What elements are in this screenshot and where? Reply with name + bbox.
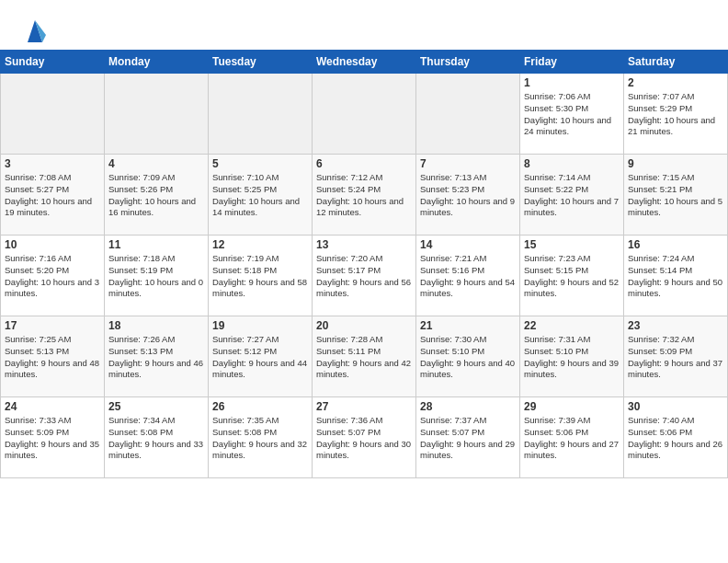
day-number: 11 (108, 238, 204, 251)
day-info: Sunrise: 7:24 AM Sunset: 5:14 PM Dayligh… (628, 253, 723, 300)
calendar-day-cell: 5Sunrise: 7:10 AM Sunset: 5:25 PM Daylig… (209, 155, 313, 236)
calendar-day-cell: 22Sunrise: 7:31 AM Sunset: 5:10 PM Dayli… (520, 316, 624, 397)
calendar-day-cell: 2Sunrise: 7:07 AM Sunset: 5:29 PM Daylig… (624, 74, 728, 155)
day-info: Sunrise: 7:35 AM Sunset: 5:08 PM Dayligh… (212, 415, 308, 462)
day-info: Sunrise: 7:30 AM Sunset: 5:10 PM Dayligh… (420, 334, 516, 381)
day-number: 20 (316, 319, 412, 332)
calendar-day-cell: 20Sunrise: 7:28 AM Sunset: 5:11 PM Dayli… (313, 316, 416, 397)
calendar-day-cell: 23Sunrise: 7:32 AM Sunset: 5:09 PM Dayli… (624, 316, 728, 397)
calendar-day-cell: 4Sunrise: 7:09 AM Sunset: 5:26 PM Daylig… (105, 155, 209, 236)
day-info: Sunrise: 7:26 AM Sunset: 5:13 PM Dayligh… (108, 334, 204, 381)
calendar-day-cell: 19Sunrise: 7:27 AM Sunset: 5:12 PM Dayli… (209, 316, 313, 397)
calendar-day-cell: 18Sunrise: 7:26 AM Sunset: 5:13 PM Dayli… (105, 316, 209, 397)
day-number: 28 (420, 400, 516, 413)
day-of-week-header: Sunday (1, 51, 105, 74)
calendar-day-cell: 14Sunrise: 7:21 AM Sunset: 5:16 PM Dayli… (416, 236, 520, 316)
day-info: Sunrise: 7:13 AM Sunset: 5:23 PM Dayligh… (420, 172, 516, 219)
day-number: 24 (5, 400, 100, 413)
day-info: Sunrise: 7:31 AM Sunset: 5:10 PM Dayligh… (524, 334, 620, 381)
calendar-day-cell (416, 74, 520, 155)
day-info: Sunrise: 7:06 AM Sunset: 5:30 PM Dayligh… (524, 91, 620, 138)
day-info: Sunrise: 7:33 AM Sunset: 5:09 PM Dayligh… (5, 415, 100, 462)
day-number: 19 (212, 319, 308, 332)
day-info: Sunrise: 7:28 AM Sunset: 5:11 PM Dayligh… (316, 334, 412, 381)
calendar-day-cell: 13Sunrise: 7:20 AM Sunset: 5:17 PM Dayli… (313, 236, 416, 316)
calendar: SundayMondayTuesdayWednesdayThursdayFrid… (0, 50, 728, 478)
logo (18, 17, 46, 42)
calendar-day-cell (1, 74, 105, 155)
calendar-day-cell: 16Sunrise: 7:24 AM Sunset: 5:14 PM Dayli… (624, 236, 728, 316)
calendar-day-cell: 30Sunrise: 7:40 AM Sunset: 5:06 PM Dayli… (624, 397, 728, 478)
day-info: Sunrise: 7:18 AM Sunset: 5:19 PM Dayligh… (108, 253, 204, 300)
calendar-day-cell (209, 74, 313, 155)
day-of-week-header: Monday (105, 51, 209, 74)
day-number: 1 (524, 76, 620, 89)
calendar-day-cell: 6Sunrise: 7:12 AM Sunset: 5:24 PM Daylig… (313, 155, 416, 236)
day-number: 9 (628, 157, 723, 170)
calendar-day-cell: 27Sunrise: 7:36 AM Sunset: 5:07 PM Dayli… (313, 397, 416, 478)
day-number: 22 (524, 319, 620, 332)
day-info: Sunrise: 7:15 AM Sunset: 5:21 PM Dayligh… (628, 172, 723, 219)
day-info: Sunrise: 7:12 AM Sunset: 5:24 PM Dayligh… (316, 172, 412, 219)
calendar-day-cell: 11Sunrise: 7:18 AM Sunset: 5:19 PM Dayli… (105, 236, 209, 316)
day-number: 26 (212, 400, 308, 413)
day-info: Sunrise: 7:14 AM Sunset: 5:22 PM Dayligh… (524, 172, 620, 219)
day-number: 29 (524, 400, 620, 413)
logo-icon (20, 17, 46, 42)
day-info: Sunrise: 7:20 AM Sunset: 5:17 PM Dayligh… (316, 253, 412, 300)
day-info: Sunrise: 7:32 AM Sunset: 5:09 PM Dayligh… (628, 334, 723, 381)
calendar-week-row: 3Sunrise: 7:08 AM Sunset: 5:27 PM Daylig… (1, 155, 728, 236)
day-info: Sunrise: 7:27 AM Sunset: 5:12 PM Dayligh… (212, 334, 308, 381)
day-info: Sunrise: 7:21 AM Sunset: 5:16 PM Dayligh… (420, 253, 516, 300)
day-number: 15 (524, 238, 620, 251)
calendar-day-cell: 3Sunrise: 7:08 AM Sunset: 5:27 PM Daylig… (1, 155, 105, 236)
calendar-day-cell (105, 74, 209, 155)
day-info: Sunrise: 7:08 AM Sunset: 5:27 PM Dayligh… (5, 172, 100, 219)
day-info: Sunrise: 7:19 AM Sunset: 5:18 PM Dayligh… (212, 253, 308, 300)
day-number: 23 (628, 319, 723, 332)
day-info: Sunrise: 7:37 AM Sunset: 5:07 PM Dayligh… (420, 415, 516, 462)
calendar-day-cell: 26Sunrise: 7:35 AM Sunset: 5:08 PM Dayli… (209, 397, 313, 478)
day-number: 7 (420, 157, 516, 170)
day-number: 12 (212, 238, 308, 251)
calendar-week-row: 17Sunrise: 7:25 AM Sunset: 5:13 PM Dayli… (1, 316, 728, 397)
calendar-day-cell: 1Sunrise: 7:06 AM Sunset: 5:30 PM Daylig… (520, 74, 624, 155)
calendar-week-row: 1Sunrise: 7:06 AM Sunset: 5:30 PM Daylig… (1, 74, 728, 155)
day-number: 10 (5, 238, 100, 251)
day-number: 18 (108, 319, 204, 332)
day-number: 4 (108, 157, 204, 170)
day-info: Sunrise: 7:16 AM Sunset: 5:20 PM Dayligh… (5, 253, 100, 300)
calendar-day-cell: 17Sunrise: 7:25 AM Sunset: 5:13 PM Dayli… (1, 316, 105, 397)
day-info: Sunrise: 7:36 AM Sunset: 5:07 PM Dayligh… (316, 415, 412, 462)
day-of-week-header: Saturday (624, 51, 728, 74)
day-number: 27 (316, 400, 412, 413)
day-number: 5 (212, 157, 308, 170)
day-info: Sunrise: 7:09 AM Sunset: 5:26 PM Dayligh… (108, 172, 204, 219)
day-number: 21 (420, 319, 516, 332)
day-number: 17 (5, 319, 100, 332)
calendar-day-cell: 7Sunrise: 7:13 AM Sunset: 5:23 PM Daylig… (416, 155, 520, 236)
calendar-day-cell: 8Sunrise: 7:14 AM Sunset: 5:22 PM Daylig… (520, 155, 624, 236)
day-number: 14 (420, 238, 516, 251)
calendar-week-row: 24Sunrise: 7:33 AM Sunset: 5:09 PM Dayli… (1, 397, 728, 478)
day-number: 13 (316, 238, 412, 251)
day-info: Sunrise: 7:40 AM Sunset: 5:06 PM Dayligh… (628, 415, 723, 462)
day-number: 8 (524, 157, 620, 170)
calendar-day-cell: 28Sunrise: 7:37 AM Sunset: 5:07 PM Dayli… (416, 397, 520, 478)
day-of-week-header: Wednesday (313, 51, 416, 74)
day-number: 6 (316, 157, 412, 170)
day-info: Sunrise: 7:25 AM Sunset: 5:13 PM Dayligh… (5, 334, 100, 381)
calendar-day-cell: 25Sunrise: 7:34 AM Sunset: 5:08 PM Dayli… (105, 397, 209, 478)
calendar-day-cell: 24Sunrise: 7:33 AM Sunset: 5:09 PM Dayli… (1, 397, 105, 478)
day-number: 2 (628, 76, 723, 89)
day-info: Sunrise: 7:34 AM Sunset: 5:08 PM Dayligh… (108, 415, 204, 462)
day-info: Sunrise: 7:23 AM Sunset: 5:15 PM Dayligh… (524, 253, 620, 300)
day-of-week-header: Thursday (416, 51, 520, 74)
day-number: 16 (628, 238, 723, 251)
calendar-day-cell: 9Sunrise: 7:15 AM Sunset: 5:21 PM Daylig… (624, 155, 728, 236)
calendar-week-row: 10Sunrise: 7:16 AM Sunset: 5:20 PM Dayli… (1, 236, 728, 316)
day-number: 25 (108, 400, 204, 413)
day-number: 3 (5, 157, 100, 170)
header (0, 0, 728, 50)
day-number: 30 (628, 400, 723, 413)
